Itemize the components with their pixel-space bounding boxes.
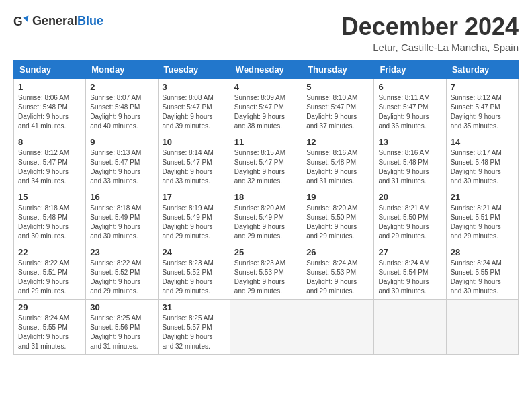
day-number: 30 — [90, 302, 153, 312]
calendar-day-cell: 4 Sunrise: 8:09 AM Sunset: 5:47 PM Dayli… — [230, 79, 302, 134]
day-info: Sunrise: 8:25 AM Sunset: 5:56 PM Dayligh… — [90, 314, 153, 351]
logo-icon: G — [13, 13, 30, 30]
calendar-day-cell: 27 Sunrise: 8:24 AM Sunset: 5:54 PM Dayl… — [374, 244, 446, 299]
calendar-day-cell: 16 Sunrise: 8:18 AM Sunset: 5:49 PM Dayl… — [86, 189, 158, 244]
day-info: Sunrise: 8:23 AM Sunset: 5:53 PM Dayligh… — [234, 259, 298, 296]
day-number: 11 — [234, 137, 298, 147]
calendar-day-cell: 12 Sunrise: 8:16 AM Sunset: 5:48 PM Dayl… — [302, 134, 374, 189]
logo-general: General — [32, 14, 77, 28]
day-number: 24 — [163, 247, 226, 257]
calendar-day-cell: 14 Sunrise: 8:17 AM Sunset: 5:48 PM Dayl… — [446, 134, 518, 189]
day-info: Sunrise: 8:16 AM Sunset: 5:48 PM Dayligh… — [378, 148, 441, 186]
calendar-day-cell: 13 Sunrise: 8:16 AM Sunset: 5:48 PM Dayl… — [374, 134, 446, 189]
day-info: Sunrise: 8:20 AM Sunset: 5:50 PM Dayligh… — [306, 203, 369, 241]
calendar-week-row: 8 Sunrise: 8:12 AM Sunset: 5:47 PM Dayli… — [14, 134, 519, 189]
day-number: 1 — [18, 82, 81, 92]
day-number: 25 — [234, 247, 298, 257]
calendar-day-cell: 5 Sunrise: 8:10 AM Sunset: 5:47 PM Dayli… — [302, 79, 374, 134]
day-number: 21 — [451, 192, 514, 202]
day-number: 19 — [306, 192, 369, 202]
day-info: Sunrise: 8:18 AM Sunset: 5:48 PM Dayligh… — [18, 203, 81, 241]
calendar-day-cell: 30 Sunrise: 8:25 AM Sunset: 5:56 PM Dayl… — [86, 299, 158, 354]
day-number: 28 — [451, 247, 514, 257]
day-info: Sunrise: 8:20 AM Sunset: 5:49 PM Dayligh… — [234, 203, 298, 241]
day-number: 22 — [18, 247, 81, 257]
day-number: 12 — [306, 137, 369, 147]
day-number: 31 — [163, 302, 226, 312]
day-info: Sunrise: 8:09 AM Sunset: 5:47 PM Dayligh… — [234, 93, 298, 131]
svg-text:G: G — [13, 15, 23, 28]
month-title: December 2024 — [341, 13, 519, 40]
calendar-day-cell: 20 Sunrise: 8:21 AM Sunset: 5:50 PM Dayl… — [374, 189, 446, 244]
calendar-day-cell: 31 Sunrise: 8:25 AM Sunset: 5:57 PM Dayl… — [158, 299, 230, 354]
calendar-day-cell: 6 Sunrise: 8:11 AM Sunset: 5:47 PM Dayli… — [374, 79, 446, 134]
calendar-day-cell — [302, 299, 374, 354]
day-number: 20 — [378, 192, 441, 202]
calendar-day-cell: 29 Sunrise: 8:24 AM Sunset: 5:55 PM Dayl… — [14, 299, 86, 354]
calendar-day-cell: 18 Sunrise: 8:20 AM Sunset: 5:49 PM Dayl… — [230, 189, 302, 244]
calendar-day-cell: 11 Sunrise: 8:15 AM Sunset: 5:47 PM Dayl… — [230, 134, 302, 189]
calendar-day-cell: 26 Sunrise: 8:24 AM Sunset: 5:53 PM Dayl… — [302, 244, 374, 299]
calendar-day-cell: 15 Sunrise: 8:18 AM Sunset: 5:48 PM Dayl… — [14, 189, 86, 244]
calendar-day-cell: 21 Sunrise: 8:21 AM Sunset: 5:51 PM Dayl… — [446, 189, 518, 244]
calendar-day-cell: 24 Sunrise: 8:23 AM Sunset: 5:52 PM Dayl… — [158, 244, 230, 299]
calendar-day-cell: 9 Sunrise: 8:13 AM Sunset: 5:47 PM Dayli… — [86, 134, 158, 189]
day-number: 18 — [234, 192, 298, 202]
day-number: 2 — [90, 82, 153, 92]
calendar-table: SundayMondayTuesdayWednesdayThursdayFrid… — [13, 60, 519, 355]
day-number: 7 — [451, 82, 514, 92]
calendar-day-cell — [230, 299, 302, 354]
day-number: 17 — [163, 192, 226, 202]
svg-marker-1 — [23, 15, 28, 22]
day-number: 29 — [18, 302, 81, 312]
day-info: Sunrise: 8:24 AM Sunset: 5:53 PM Dayligh… — [306, 259, 369, 296]
logo-text: GeneralBlue — [32, 15, 103, 28]
weekday-header: Friday — [374, 60, 446, 79]
calendar-day-cell: 25 Sunrise: 8:23 AM Sunset: 5:53 PM Dayl… — [230, 244, 302, 299]
title-section: December 2024 Letur, Castille-La Mancha,… — [341, 13, 519, 53]
day-number: 14 — [451, 137, 514, 147]
day-info: Sunrise: 8:17 AM Sunset: 5:48 PM Dayligh… — [451, 148, 514, 186]
day-info: Sunrise: 8:08 AM Sunset: 5:47 PM Dayligh… — [163, 93, 226, 131]
calendar-day-cell: 22 Sunrise: 8:22 AM Sunset: 5:51 PM Dayl… — [14, 244, 86, 299]
weekday-header: Monday — [86, 60, 158, 79]
calendar-day-cell: 28 Sunrise: 8:24 AM Sunset: 5:55 PM Dayl… — [446, 244, 518, 299]
page-header: G GeneralBlue December 2024 Letur, Casti… — [13, 13, 519, 53]
logo-blue: Blue — [77, 14, 103, 28]
calendar-day-cell: 19 Sunrise: 8:20 AM Sunset: 5:50 PM Dayl… — [302, 189, 374, 244]
day-info: Sunrise: 8:24 AM Sunset: 5:54 PM Dayligh… — [378, 259, 441, 296]
day-info: Sunrise: 8:21 AM Sunset: 5:50 PM Dayligh… — [378, 203, 441, 241]
day-info: Sunrise: 8:22 AM Sunset: 5:51 PM Dayligh… — [18, 259, 81, 296]
weekday-header: Wednesday — [230, 60, 302, 79]
calendar-week-row: 29 Sunrise: 8:24 AM Sunset: 5:55 PM Dayl… — [14, 299, 519, 354]
calendar-day-cell: 10 Sunrise: 8:14 AM Sunset: 5:47 PM Dayl… — [158, 134, 230, 189]
day-number: 6 — [378, 82, 441, 92]
day-number: 23 — [90, 247, 153, 257]
day-info: Sunrise: 8:13 AM Sunset: 5:47 PM Dayligh… — [90, 148, 153, 186]
calendar-day-cell — [446, 299, 518, 354]
location: Letur, Castille-La Mancha, Spain — [341, 42, 519, 53]
day-number: 4 — [234, 82, 298, 92]
day-info: Sunrise: 8:11 AM Sunset: 5:47 PM Dayligh… — [378, 93, 441, 131]
day-number: 8 — [18, 137, 81, 147]
calendar-day-cell: 7 Sunrise: 8:12 AM Sunset: 5:47 PM Dayli… — [446, 79, 518, 134]
calendar-day-cell: 17 Sunrise: 8:19 AM Sunset: 5:49 PM Dayl… — [158, 189, 230, 244]
calendar-day-cell: 23 Sunrise: 8:22 AM Sunset: 5:52 PM Dayl… — [86, 244, 158, 299]
calendar-week-row: 15 Sunrise: 8:18 AM Sunset: 5:48 PM Dayl… — [14, 189, 519, 244]
calendar-day-cell: 2 Sunrise: 8:07 AM Sunset: 5:48 PM Dayli… — [86, 79, 158, 134]
calendar-day-cell — [374, 299, 446, 354]
weekday-header: Thursday — [302, 60, 374, 79]
day-info: Sunrise: 8:23 AM Sunset: 5:52 PM Dayligh… — [163, 259, 226, 296]
calendar-day-cell: 3 Sunrise: 8:08 AM Sunset: 5:47 PM Dayli… — [158, 79, 230, 134]
day-info: Sunrise: 8:21 AM Sunset: 5:51 PM Dayligh… — [451, 203, 514, 241]
day-info: Sunrise: 8:24 AM Sunset: 5:55 PM Dayligh… — [451, 259, 514, 296]
day-info: Sunrise: 8:18 AM Sunset: 5:49 PM Dayligh… — [90, 203, 153, 241]
day-info: Sunrise: 8:12 AM Sunset: 5:47 PM Dayligh… — [451, 93, 514, 131]
day-info: Sunrise: 8:24 AM Sunset: 5:55 PM Dayligh… — [18, 314, 81, 351]
day-number: 27 — [378, 247, 441, 257]
day-number: 9 — [90, 137, 153, 147]
weekday-header: Saturday — [446, 60, 518, 79]
day-number: 13 — [378, 137, 441, 147]
weekday-header-row: SundayMondayTuesdayWednesdayThursdayFrid… — [14, 60, 519, 79]
day-number: 10 — [163, 137, 226, 147]
